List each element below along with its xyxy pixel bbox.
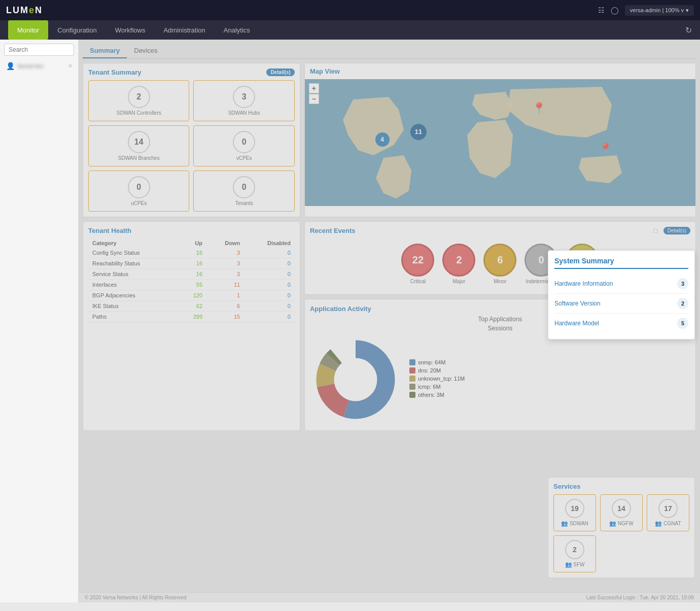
zoom-in-btn[interactable]: + [309, 83, 319, 93]
tabs: Summary Devices [83, 44, 696, 59]
copyright: © 2020 Versa Networks | All Rights Reser… [85, 595, 187, 600]
summary-card-sdwan-controllers[interactable]: 2 SDWAN Controllers [88, 80, 189, 121]
user-label: versa-admin | 100% v [630, 7, 684, 13]
service-count: 19 [565, 499, 584, 518]
sidebar: 👤 blurred text × [0, 40, 79, 602]
system-summary-row[interactable]: Hardware Model 5 [554, 314, 688, 333]
map-view-panel: Map View [304, 63, 696, 217]
service-card-cgnat[interactable]: 17 👥 CGNAT [647, 494, 689, 531]
summary-card-vcpes[interactable]: 0 vCPEs [193, 125, 294, 166]
system-summary-overlay: System Summary Hardware Information 3 So… [548, 250, 695, 340]
last-login: Last Successful Login : Tue, Apr 20 2021… [586, 595, 694, 600]
event-count: 6 [483, 244, 516, 277]
clock-icon[interactable]: ◯ [611, 6, 619, 14]
tenants-count: 0 [233, 176, 255, 198]
col-down: Down [206, 239, 244, 248]
event-label: Critical [401, 279, 434, 284]
legend-item: snmp: 64M [409, 359, 465, 365]
health-up: 62 [179, 301, 206, 312]
health-table-row: Config Sync Status 16 3 0 [88, 248, 295, 258]
service-card-sdwan[interactable]: 19 👥 SDWAN [553, 494, 596, 531]
service-icon: 👥 [655, 520, 662, 526]
service-count: 14 [612, 499, 631, 518]
top-bar: LUMeN ☷ ◯ versa-admin | 100% v ▾ [0, 0, 700, 20]
nav-bar: Monitor Configuration Workflows Administ… [0, 20, 700, 40]
system-summary-rows: Hardware Information 3 Software Version … [554, 274, 688, 333]
tab-summary[interactable]: Summary [83, 44, 127, 58]
event-circle-critical[interactable]: 22 Critical [401, 244, 434, 284]
system-summary-row[interactable]: Hardware Information 3 [554, 274, 688, 294]
legend-label: unknown_tcp: 11M [418, 376, 465, 382]
map-cluster-11[interactable]: 11 [410, 124, 427, 140]
close-icon[interactable]: × [68, 62, 72, 70]
chat-icon[interactable]: □ [653, 227, 657, 234]
map-pin-2[interactable]: 📍 [599, 143, 612, 156]
map-pin-1[interactable]: 📍 [532, 102, 546, 115]
services-panel: Services 19 👥 SDWAN 14 👥 NGFW 17 👥 CGNAT… [548, 477, 695, 578]
tenant-summary-details-btn[interactable]: Detail(s) [266, 69, 294, 76]
tab-devices[interactable]: Devices [127, 44, 164, 58]
map-cluster-4[interactable]: 4 [375, 132, 390, 147]
legend-label: icmp: 6M [418, 384, 441, 390]
legend-color [409, 376, 415, 382]
summary-card-sdwan-hubs[interactable]: 3 SDWAN Hubs [193, 80, 294, 121]
main-content: Summary Devices Tenant Summary Detail(s)… [79, 40, 700, 602]
top-bar-right: ☷ ◯ versa-admin | 100% v ▾ [598, 5, 694, 16]
health-category: Reachability Status [88, 258, 179, 269]
nav-item-monitor[interactable]: Monitor [8, 20, 48, 40]
system-summary-label: Software Version [554, 300, 601, 307]
document-icon[interactable]: ☷ [598, 6, 605, 14]
event-label: Major [442, 279, 475, 284]
service-card-sfw[interactable]: 2 👥 SFW [553, 535, 596, 572]
recent-events-details-btn[interactable]: Detail(s) [663, 227, 690, 234]
summary-card-tenants[interactable]: 0 Tenants [193, 171, 294, 212]
map-area[interactable]: + − 4 11 📍 📍 [305, 79, 695, 206]
health-table-row: IKE Status 62 6 0 [88, 301, 295, 312]
health-down: 3 [206, 258, 244, 269]
health-table-row: BGP Adjacencies 120 1 0 [88, 290, 295, 301]
system-summary-row[interactable]: Software Version 2 [554, 294, 688, 314]
event-circle-minor[interactable]: 6 Minor [483, 244, 516, 284]
donut-svg [310, 334, 401, 425]
service-label: 👥 NGFW [605, 520, 638, 527]
world-map-svg [305, 79, 695, 206]
sdwan-hubs-count: 3 [233, 86, 255, 108]
user-dropdown[interactable]: versa-admin | 100% v ▾ [625, 5, 694, 16]
summary-card-sdwan-branches[interactable]: 14 SDWAN Branches [88, 125, 189, 166]
chevron-down-icon: ▾ [686, 7, 689, 14]
map-controls: + − [309, 83, 319, 104]
tenant-health-title: Tenant Health [88, 227, 295, 234]
ucpes-count: 0 [128, 176, 150, 198]
service-icon: 👥 [561, 520, 568, 526]
health-up: 16 [179, 248, 206, 258]
health-category: Paths [88, 312, 179, 322]
sdwan-controllers-label: SDWAN Controllers [94, 110, 184, 116]
health-table: Category Up Down Disabled Config Sync St… [88, 239, 295, 322]
service-label: 👥 SFW [558, 561, 591, 568]
legend-item: others: 3M [409, 392, 465, 398]
summary-card-ucpes[interactable]: 0 uCPEs [88, 171, 189, 212]
nav-item-analytics[interactable]: Analytics [215, 20, 259, 40]
service-label: 👥 SDWAN [558, 520, 591, 527]
refresh-icon[interactable]: ↻ [685, 25, 692, 35]
event-circle-major[interactable]: 2 Major [442, 244, 475, 284]
zoom-out-btn[interactable]: − [309, 94, 319, 104]
health-category: Config Sync Status [88, 248, 179, 258]
sdwan-branches-label: SDWAN Branches [94, 155, 184, 161]
service-card-ngfw[interactable]: 14 👥 NGFW [600, 494, 643, 531]
health-down: 3 [206, 248, 244, 258]
health-up: 55 [179, 280, 206, 290]
system-summary-title: System Summary [554, 257, 688, 269]
search-input[interactable] [4, 44, 74, 56]
service-count: 2 [565, 540, 584, 559]
system-summary-count: 2 [677, 298, 688, 309]
sidebar-user-item[interactable]: 👤 blurred text × [4, 60, 74, 72]
sdwan-branches-count: 14 [128, 131, 150, 153]
nav-item-configuration[interactable]: Configuration [48, 20, 106, 40]
health-down: 3 [206, 269, 244, 280]
health-up: 16 [179, 258, 206, 269]
nav-item-workflows[interactable]: Workflows [106, 20, 155, 40]
health-category: Interfaces [88, 280, 179, 290]
nav-item-administration[interactable]: Administration [154, 20, 214, 40]
health-down: 15 [206, 312, 244, 322]
